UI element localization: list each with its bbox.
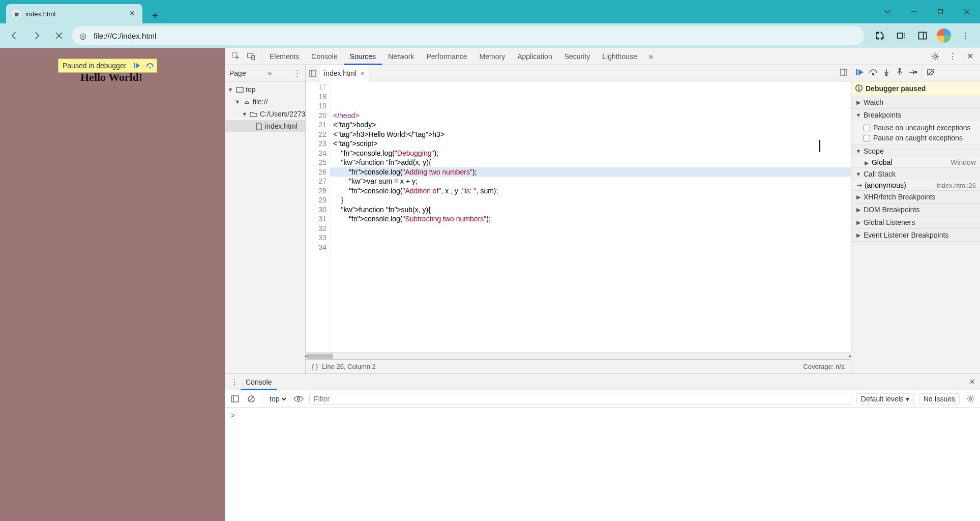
- issues-button[interactable]: No Issues: [919, 393, 960, 404]
- coverage-label: Coverage: n/a: [803, 363, 845, 370]
- resume-button[interactable]: [855, 68, 865, 78]
- window-titlebar: ◉ index.html × +: [0, 0, 980, 23]
- globe-icon: ◉: [12, 10, 20, 18]
- close-window-button[interactable]: [954, 0, 980, 23]
- tree-file[interactable]: index.html: [265, 122, 298, 130]
- page-viewport[interactable]: Paused in debugger Hello World!: [0, 48, 225, 521]
- source-editor: index.html × 171819202122232425262728293…: [306, 65, 851, 373]
- devtools-tab-elements[interactable]: Elements: [263, 48, 305, 65]
- profile-avatar[interactable]: [934, 26, 954, 45]
- devtools-tab-security[interactable]: Security: [558, 48, 597, 65]
- devtools-tab-performance[interactable]: Performance: [420, 48, 473, 65]
- svg-point-6: [150, 67, 151, 69]
- global-listeners-section[interactable]: ▶Global Listeners: [851, 216, 980, 228]
- watch-section[interactable]: ▶Watch: [851, 96, 980, 108]
- drawer-menu-icon[interactable]: ⋮: [228, 377, 241, 387]
- devtools-tab-application[interactable]: Application: [511, 48, 558, 65]
- media-icon[interactable]: [892, 26, 911, 45]
- svg-rect-16: [856, 69, 857, 75]
- devtools-menu-icon[interactable]: ⋮: [945, 51, 960, 61]
- deactivate-breakpoints-button[interactable]: [926, 68, 935, 78]
- tab-search-icon[interactable]: [874, 0, 901, 23]
- address-bar[interactable]: ◎ file:///C:/index.html: [72, 26, 864, 45]
- devtools-tabbar: ElementsConsoleSourcesNetworkPerformance…: [225, 48, 980, 65]
- event-listener-bp-section[interactable]: ▶Event Listener Breakpoints: [851, 229, 980, 241]
- navigator-menu-icon[interactable]: ⋮: [293, 69, 301, 78]
- live-expression-icon[interactable]: [293, 395, 304, 402]
- file-icon: ◎: [79, 31, 88, 40]
- sources-navigator: Page » ⋮ ▼top ▼file:// ▼C:/Users/2273 in…: [225, 65, 306, 373]
- side-panel-icon[interactable]: [913, 26, 932, 45]
- svg-point-26: [298, 397, 300, 400]
- svg-point-17: [872, 73, 874, 75]
- step-into-button[interactable]: [882, 68, 891, 78]
- info-icon: ⓘ: [855, 84, 863, 93]
- devtools-close-icon[interactable]: ✕: [963, 51, 977, 61]
- tree-folder[interactable]: C:/Users/2273: [260, 110, 305, 118]
- extensions-icon[interactable]: [870, 26, 889, 45]
- scope-global-row[interactable]: ▶ GlobalWindow: [851, 157, 980, 167]
- more-tabs-icon[interactable]: »: [643, 52, 659, 61]
- browser-menu-icon[interactable]: ⋮: [956, 26, 975, 45]
- url-text: file:///C:/index.html: [94, 32, 156, 40]
- debugger-banner-label: Debugger paused: [866, 84, 926, 93]
- dom-breakpoints-section[interactable]: ▶DOM Breakpoints: [851, 204, 980, 216]
- stop-reload-button[interactable]: [50, 26, 68, 45]
- code-area[interactable]: 171819202122232425262728293031323334 </h…: [306, 81, 851, 352]
- devtools-tab-network[interactable]: Network: [382, 48, 420, 65]
- debugger-toolbar: [851, 65, 980, 81]
- svg-rect-2: [898, 33, 903, 38]
- step-over-icon[interactable]: [143, 59, 157, 72]
- console-prompt[interactable]: >: [225, 408, 980, 521]
- minimize-button[interactable]: [901, 0, 927, 23]
- xhr-breakpoints-section[interactable]: ▶XHR/fetch Breakpoints: [851, 191, 980, 203]
- editor-toggle-icon[interactable]: [840, 68, 851, 78]
- editor-h-scrollbar[interactable]: ◂▸: [306, 352, 851, 359]
- svg-line-25: [249, 397, 253, 401]
- svg-rect-22: [231, 396, 239, 402]
- editor-tab[interactable]: index.html ×: [320, 65, 369, 81]
- breakpoints-section[interactable]: ▼Breakpoints: [851, 109, 980, 121]
- step-over-button[interactable]: [869, 68, 878, 78]
- close-icon[interactable]: ×: [128, 10, 136, 18]
- forward-button[interactable]: [27, 26, 46, 45]
- inspect-icon[interactable]: [228, 52, 244, 61]
- device-toggle-icon[interactable]: [244, 52, 259, 61]
- pause-caught-checkbox[interactable]: Pause on caught exceptions: [864, 133, 976, 143]
- line-gutter[interactable]: 171819202122232425262728293031323334: [306, 81, 330, 352]
- console-sidebar-toggle-icon[interactable]: [229, 395, 241, 403]
- step-button[interactable]: [908, 68, 917, 78]
- callstack-section[interactable]: ▼Call Stack: [851, 168, 980, 180]
- pause-uncaught-checkbox[interactable]: Pause on uncaught exceptions: [864, 123, 976, 133]
- log-levels-select[interactable]: Default levels ▾: [856, 393, 914, 404]
- scope-section[interactable]: ▼Scope: [851, 145, 980, 157]
- stack-frame[interactable]: ➔ (anonymous)index.html:26: [851, 180, 980, 190]
- tree-scheme[interactable]: file://: [253, 98, 268, 106]
- format-icon[interactable]: { }: [312, 363, 318, 370]
- devtools-tab-memory[interactable]: Memory: [473, 48, 512, 65]
- maximize-button[interactable]: [927, 0, 954, 23]
- console-settings-icon[interactable]: [965, 395, 976, 403]
- close-icon[interactable]: ×: [361, 69, 365, 77]
- file-tree[interactable]: ▼top ▼file:// ▼C:/Users/2273 index.html: [225, 81, 305, 132]
- tree-top[interactable]: top: [246, 85, 255, 94]
- new-tab-button[interactable]: +: [147, 8, 163, 23]
- clear-console-icon[interactable]: [246, 395, 257, 403]
- navigator-more-icon[interactable]: »: [268, 69, 272, 77]
- devtools-tab-console[interactable]: Console: [305, 48, 343, 65]
- devtools-tab-lighthouse[interactable]: Lighthouse: [596, 48, 643, 65]
- editor-statusbar: { } Line 26, Column 2 Coverage: n/a: [306, 359, 851, 373]
- browser-tab-active[interactable]: ◉ index.html ×: [6, 4, 142, 23]
- console-tab[interactable]: Console: [241, 374, 277, 390]
- context-select[interactable]: top: [268, 394, 288, 403]
- step-out-button[interactable]: [895, 68, 904, 78]
- paused-label: Paused in debugger: [58, 62, 130, 70]
- devtools-panel: ElementsConsoleSourcesNetworkPerformance…: [225, 48, 980, 521]
- close-icon[interactable]: ×: [969, 377, 977, 387]
- toolbar-icons: ⋮: [870, 26, 975, 45]
- settings-icon[interactable]: [928, 52, 942, 61]
- console-filter-input[interactable]: [309, 393, 851, 405]
- back-button[interactable]: [5, 26, 23, 45]
- devtools-tab-sources[interactable]: Sources: [344, 48, 382, 65]
- editor-nav-icon[interactable]: [306, 69, 320, 77]
